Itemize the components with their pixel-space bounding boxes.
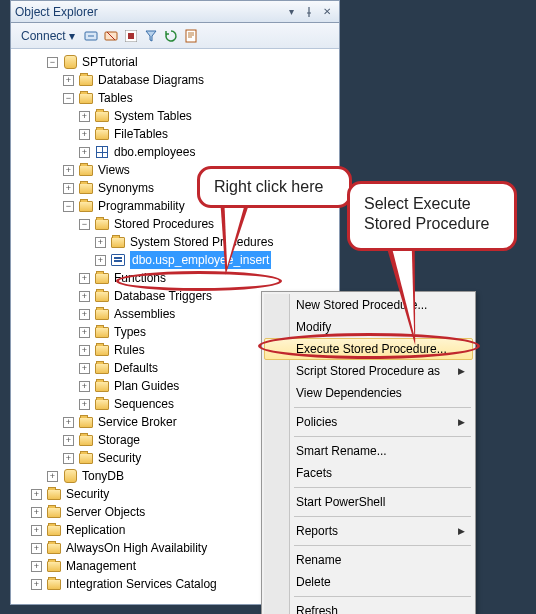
expander-icon[interactable]: + [31, 489, 42, 500]
tree-node-label[interactable]: Tables [98, 89, 133, 107]
expander-icon[interactable]: − [47, 57, 58, 68]
context-menu-item[interactable]: Modify [264, 316, 473, 338]
expander-icon[interactable]: + [79, 129, 90, 140]
tree-node-label[interactable]: Security [66, 485, 109, 503]
expander-icon[interactable]: + [95, 237, 106, 248]
tree-node-label[interactable]: Sequences [114, 395, 174, 413]
tree-node[interactable]: −Stored Procedures [15, 215, 339, 233]
expander-icon[interactable]: + [47, 471, 58, 482]
tree-node-label[interactable]: Rules [114, 341, 145, 359]
tree-node-label[interactable]: dbo.employees [114, 143, 195, 161]
expander-icon[interactable]: + [79, 381, 90, 392]
tree-node-label[interactable]: Types [114, 323, 146, 341]
expander-icon[interactable]: + [79, 309, 90, 320]
tree-node[interactable]: +dbo.employees [15, 143, 339, 161]
expander-icon[interactable]: + [79, 111, 90, 122]
script-icon[interactable] [183, 28, 199, 44]
tree-node[interactable]: +System Stored Procedures [15, 233, 339, 251]
expander-icon[interactable]: + [79, 273, 90, 284]
expander-icon[interactable]: + [31, 507, 42, 518]
tree-node-label[interactable]: SPTutorial [82, 53, 138, 71]
context-menu-item[interactable]: Start PowerShell [264, 491, 473, 513]
tree-node[interactable]: +System Tables [15, 107, 339, 125]
stop-icon[interactable] [123, 28, 139, 44]
context-menu-item[interactable]: Reports▶ [264, 520, 473, 542]
tree-node-label[interactable]: Synonyms [98, 179, 154, 197]
context-menu-item[interactable]: Delete [264, 571, 473, 593]
tree-node[interactable]: +Database Diagrams [15, 71, 339, 89]
expander-icon[interactable]: + [63, 435, 74, 446]
expander-icon[interactable]: + [31, 543, 42, 554]
close-icon[interactable]: ✕ [319, 5, 335, 19]
expander-icon[interactable]: + [63, 183, 74, 194]
context-menu-item[interactable]: Rename [264, 549, 473, 571]
dropdown-position-icon[interactable]: ▾ [283, 5, 299, 19]
expander-icon[interactable]: − [79, 219, 90, 230]
expander-icon[interactable]: + [79, 147, 90, 158]
expander-icon[interactable]: + [31, 561, 42, 572]
expander-icon[interactable]: − [63, 201, 74, 212]
tree-node-label[interactable]: Storage [98, 431, 140, 449]
tree-node-label[interactable]: Stored Procedures [114, 215, 214, 233]
expander-icon[interactable]: + [79, 345, 90, 356]
filter-icon[interactable] [143, 28, 159, 44]
tree-node-label[interactable]: Service Broker [98, 413, 177, 431]
menu-separator [294, 436, 471, 437]
menu-item-label: Policies [296, 415, 337, 429]
tree-node-label[interactable]: System Tables [114, 107, 192, 125]
disconnect-icon[interactable] [103, 28, 119, 44]
tree-node-label[interactable]: Database Triggers [114, 287, 212, 305]
expander-icon[interactable]: + [63, 165, 74, 176]
tree-node[interactable]: +Functions [15, 269, 339, 287]
context-menu-item[interactable]: Facets [264, 462, 473, 484]
tree-node-label[interactable]: AlwaysOn High Availability [66, 539, 207, 557]
tree-node-label[interactable]: FileTables [114, 125, 168, 143]
tree-node-label[interactable]: dbo.usp_employee_insert [130, 251, 271, 269]
context-menu-item[interactable]: Script Stored Procedure as▶ [264, 360, 473, 382]
table-icon [94, 144, 110, 160]
expander-icon[interactable]: + [63, 417, 74, 428]
expander-icon[interactable]: + [79, 327, 90, 338]
folder-icon [78, 90, 94, 106]
expander-icon[interactable]: + [63, 75, 74, 86]
expander-icon[interactable]: − [63, 93, 74, 104]
context-menu-item[interactable]: Execute Stored Procedure... [264, 338, 473, 360]
tree-node[interactable]: −Tables [15, 89, 339, 107]
expander-icon[interactable]: + [79, 363, 90, 374]
expander-icon[interactable]: + [63, 453, 74, 464]
folder-icon [46, 522, 62, 538]
expander-icon[interactable]: + [79, 291, 90, 302]
tree-node-label[interactable]: System Stored Procedures [130, 233, 273, 251]
tree-node-label[interactable]: TonyDB [82, 467, 124, 485]
tree-node-label[interactable]: Replication [66, 521, 125, 539]
tree-node-label[interactable]: Plan Guides [114, 377, 179, 395]
context-menu-item[interactable]: Policies▶ [264, 411, 473, 433]
context-menu-item[interactable]: Smart Rename... [264, 440, 473, 462]
expander-icon[interactable]: + [31, 579, 42, 590]
tree-node-label[interactable]: Management [66, 557, 136, 575]
expander-icon[interactable]: + [79, 399, 90, 410]
tree-node-label[interactable]: Integration Services Catalog [66, 575, 217, 593]
folder-icon [46, 504, 62, 520]
expander-icon[interactable]: + [31, 525, 42, 536]
tree-node[interactable]: +dbo.usp_employee_insert [15, 251, 339, 269]
tree-node-label[interactable]: Programmability [98, 197, 185, 215]
expander-icon[interactable]: + [95, 255, 106, 266]
tree-node-label[interactable]: Assemblies [114, 305, 175, 323]
tree-node-label[interactable]: Views [98, 161, 130, 179]
context-menu-item[interactable]: Refresh [264, 600, 473, 614]
pin-icon[interactable] [301, 5, 317, 19]
context-menu-item[interactable]: View Dependencies [264, 382, 473, 404]
context-menu-item[interactable]: New Stored Procedure... [264, 294, 473, 316]
tree-node-label[interactable]: Security [98, 449, 141, 467]
tree-node[interactable]: +FileTables [15, 125, 339, 143]
connect-object-icon[interactable] [83, 28, 99, 44]
tree-node-label[interactable]: Database Diagrams [98, 71, 204, 89]
tree-node[interactable]: −SPTutorial [15, 53, 339, 71]
tree-node-label[interactable]: Server Objects [66, 503, 145, 521]
folder-icon [46, 576, 62, 592]
tree-node-label[interactable]: Defaults [114, 359, 158, 377]
connect-button[interactable]: Connect ▾ [17, 27, 79, 45]
refresh-icon[interactable] [163, 28, 179, 44]
tree-node-label[interactable]: Functions [114, 269, 166, 287]
